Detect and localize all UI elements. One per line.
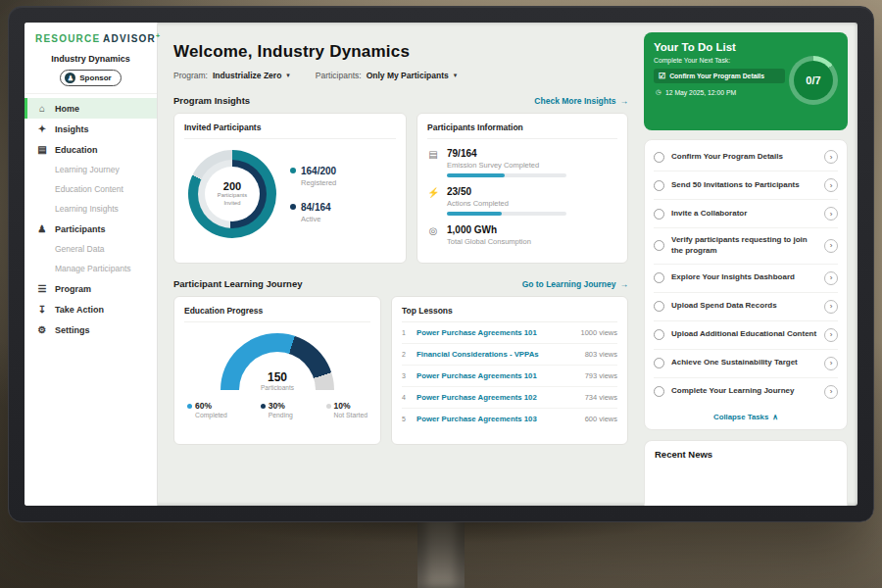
todo-task[interactable]: Send 50 Invitations to Participants› [654,172,838,200]
logo-text-secondary: ADVISOR [103,33,156,44]
task-checkbox[interactable] [654,240,664,251]
recent-news-title: Recent News [655,449,837,460]
stat-progress-bar [447,212,566,216]
task-checkbox[interactable] [654,209,664,220]
todo-task[interactable]: Upload Additional Educational Content› [654,321,838,350]
lesson-title-link[interactable]: Power Purchase Agreements 102 [416,393,578,402]
lesson-title-link[interactable]: Financial Considerations - VPPAs [416,350,578,359]
lesson-row: 5Power Purchase Agreements 103600 views [402,409,617,429]
todo-list-card: Confirm Your Program Details›Send 50 Inv… [644,139,848,430]
monitor-stand [417,512,465,588]
stat-value: 23/50 [447,186,566,197]
collapse-tasks-link[interactable]: Collapse Tasks ∧ [654,406,838,424]
todo-task[interactable]: Explore Your Insights Dashboard› [654,265,838,293]
legend-dot [326,404,331,409]
sidebar-item-label: Education Content [55,184,123,194]
stat-body: 23/50Actions Completed [447,186,566,216]
legend-value: 10% [334,401,351,411]
stat-label: Total Global Consumption [447,237,531,246]
legend-label: Registered [301,178,336,187]
todo-task[interactable]: Complete Your Learning Journey› [654,378,838,406]
home-icon: ⌂ [36,103,48,114]
task-checkbox[interactable] [654,301,664,312]
participants-dropdown[interactable]: Participants: Only My Participants ▾ [316,71,457,80]
sidebar-item-participants[interactable]: ♟Participants [24,219,157,239]
participants-label: Participants: [316,71,362,80]
sidebar-item-label: Manage Participants [55,264,131,273]
todo-task[interactable]: Verify participants requesting to join t… [654,228,838,265]
task-checkbox[interactable] [654,272,664,283]
sidebar-item-education-content[interactable]: Education Content [24,179,157,199]
participants-icon: ♟ [36,223,48,234]
task-open-button[interactable]: › [824,271,838,285]
filter-bar: Program: Industrialize Zero ▾ Participan… [173,71,628,80]
check-more-insights-link[interactable]: Check More Insights → [534,96,628,106]
task-label: Confirm Your Program Details [671,152,817,163]
task-open-button[interactable]: › [824,150,838,164]
task-open-button[interactable]: › [824,207,838,220]
chevron-down-icon: ▾ [454,72,458,79]
lesson-title-link[interactable]: Power Purchase Agreements 101 [416,371,578,380]
stat-value: 1,000 GWh [447,224,531,235]
todo-panel: Your To Do List Complete Your Next Task:… [640,23,858,506]
todo-task[interactable]: Confirm Your Program Details› [654,143,838,172]
task-open-button[interactable]: › [824,385,838,399]
task-checkbox[interactable] [654,358,664,368]
task-label: Verify participants requesting to join t… [671,235,817,257]
gauge-legend-item: 10%Not Started [326,401,368,418]
legend-value: 164/200 [301,166,336,176]
sidebar-item-manage-participants[interactable]: Manage Participants [24,259,157,278]
legend-dot [290,168,296,173]
sponsor-badge[interactable]: ♟ Sponsor [60,70,121,86]
gauge-legend: 60%Completed30%Pending10%Not Started [184,401,370,418]
task-checkbox[interactable] [654,329,664,340]
sidebar-item-label: Settings [55,325,90,335]
todo-task[interactable]: Invite a Collaborator› [654,200,838,228]
task-label: Upload Spend Data Records [671,301,817,312]
invited-participants-card: Invited Participants 200 Participants In… [173,113,407,264]
task-label: Complete Your Learning Journey [671,386,817,397]
invited-donut-chart: 200 Participants Invited [188,150,276,238]
todo-task[interactable]: Achieve One Sustainability Target› [654,350,838,378]
lesson-rank: 3 [402,372,410,379]
gauge-center-label: Participants [220,384,334,390]
task-checkbox[interactable] [654,386,664,397]
donut-center: 200 Participants Invited [205,167,260,221]
task-open-button[interactable]: › [824,357,838,370]
next-task-pill[interactable]: ☑ Confirm Your Program Details [654,69,785,83]
task-checkbox[interactable] [654,152,664,163]
donut-legend: 164/200Registered84/164Active [290,166,336,223]
task-open-button[interactable]: › [824,178,838,192]
sidebar-item-program[interactable]: ☰Program [24,278,157,299]
settings-icon: ⚙ [36,324,48,335]
task-checkbox[interactable] [654,180,664,191]
insights-icon: ✦ [36,123,48,134]
todo-task[interactable]: Upload Spend Data Records› [654,293,838,321]
chevron-down-icon: ▾ [286,72,290,79]
sidebar-item-general-data[interactable]: General Data [24,239,157,259]
todo-progress-count: 0/7 [806,74,820,86]
task-label: Send 50 Invitations to Participants [671,180,817,191]
task-label: Upload Additional Educational Content [671,329,817,340]
participant-stat: ▤79/164Emission Survey Completed [427,139,617,177]
sidebar-item-home[interactable]: ⌂Home [24,98,157,119]
lesson-rank: 4 [402,394,410,401]
sidebar-item-learning-insights[interactable]: Learning Insights [24,199,157,219]
learning-journey-header: Participant Learning Journey Go to Learn… [173,278,628,289]
sidebar-item-settings[interactable]: ⚙Settings [24,319,157,340]
sidebar-item-learning-journey[interactable]: Learning Journey [24,160,157,179]
task-list: Confirm Your Program Details›Send 50 Inv… [654,143,838,406]
sidebar-item-education[interactable]: ▤Education [24,139,157,160]
stat-progress-bar [447,173,566,177]
lesson-title-link[interactable]: Power Purchase Agreements 101 [416,328,573,337]
legend-value-row: 30% [261,401,293,411]
go-to-learning-journey-link[interactable]: Go to Learning Journey → [522,279,628,289]
sidebar-item-insights[interactable]: ✦Insights [24,119,157,139]
task-open-button[interactable]: › [824,328,838,342]
sidebar-item-take-action[interactable]: ↧Take Action [24,299,157,319]
lesson-title-link[interactable]: Power Purchase Agreements 103 [416,415,578,423]
checkbox-checked-icon: ☑ [659,72,665,80]
task-open-button[interactable]: › [824,239,838,253]
program-dropdown[interactable]: Program: Industrialize Zero ▾ [173,71,290,80]
task-open-button[interactable]: › [824,300,838,314]
